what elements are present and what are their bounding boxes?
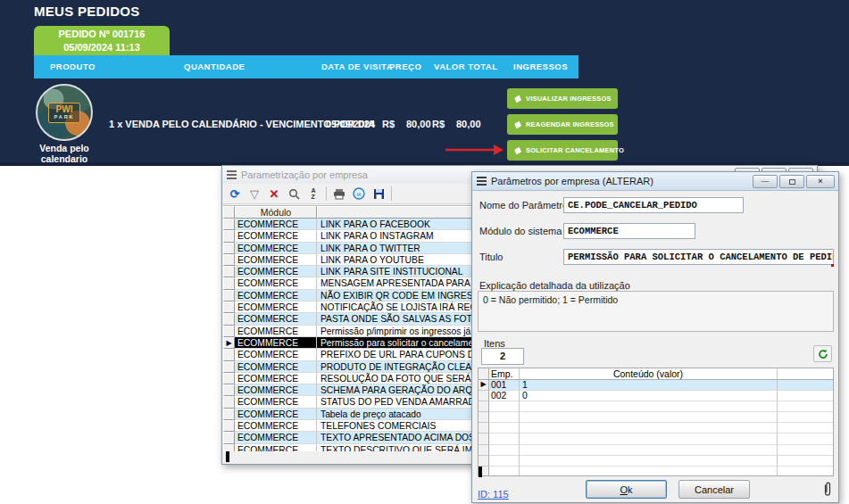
modulo-cell[interactable]: ECOMMERCE <box>235 230 317 242</box>
modulo-cell[interactable]: ECOMMERCE <box>235 219 317 230</box>
close-button[interactable]: × <box>806 175 835 188</box>
modulo-cell[interactable]: ECOMMERCE <box>235 266 317 277</box>
ia-badge-icon[interactable]: IA <box>352 186 366 201</box>
empresa-row[interactable] <box>479 401 833 412</box>
empresa-row[interactable] <box>479 434 833 444</box>
emp-cell[interactable] <box>489 445 520 456</box>
empresa-row[interactable] <box>479 412 833 423</box>
row-selector[interactable] <box>223 326 235 337</box>
menu-icon[interactable] <box>227 169 237 181</box>
row-selector[interactable] <box>223 420 235 432</box>
row-selector[interactable] <box>223 409 235 420</box>
empresa-row[interactable]: ▶0011 <box>479 380 833 391</box>
emp-cell[interactable]: 002 <box>489 391 520 401</box>
ok-button[interactable]: Ok <box>586 480 667 499</box>
empresa-row[interactable]: 0020 <box>479 391 833 401</box>
row-selector[interactable] <box>223 313 235 325</box>
row-selector[interactable] <box>223 373 235 384</box>
modulo-cell[interactable]: ECOMMERCE <box>235 384 317 396</box>
modulo-cell[interactable]: ECOMMERCE <box>235 337 317 349</box>
row-selector[interactable]: ▶ <box>479 380 489 391</box>
valor-cell[interactable] <box>520 434 778 444</box>
row-selector[interactable] <box>223 219 235 230</box>
refresh-icon[interactable]: ⟳ <box>228 186 242 201</box>
minimize-button[interactable]: — <box>753 175 778 188</box>
valor-cell[interactable] <box>520 445 778 456</box>
row-selector[interactable] <box>223 444 235 451</box>
row-selector[interactable] <box>223 254 235 266</box>
row-selector[interactable] <box>223 243 235 254</box>
module-input[interactable]: ECOMMERCE <box>563 223 695 239</box>
modulo-cell[interactable]: ECOMMERCE <box>235 313 317 325</box>
modulo-cell[interactable]: ECOMMERCE <box>235 444 317 451</box>
empresa-row[interactable] <box>479 445 833 456</box>
modulo-cell[interactable]: ECOMMERCE <box>235 243 317 254</box>
empresa-row[interactable] <box>479 423 833 434</box>
clear-filter-icon[interactable]: ✕ <box>267 186 281 201</box>
valor-cell[interactable] <box>520 423 778 434</box>
solicitar-cancelamento-button[interactable]: SOLICITAR CANCELAMENTO <box>507 140 618 161</box>
row-selector[interactable] <box>223 302 235 313</box>
modulo-cell[interactable]: ECOMMERCE <box>235 290 317 302</box>
row-selector[interactable] <box>479 445 489 456</box>
emp-cell[interactable] <box>489 423 520 434</box>
modulo-cell[interactable]: ECOMMERCE <box>235 302 317 313</box>
emp-cell[interactable] <box>489 434 520 444</box>
modulo-cell[interactable]: ECOMMERCE <box>235 396 317 408</box>
row-selector[interactable]: ▶ <box>223 337 235 349</box>
row-selector[interactable] <box>223 384 235 396</box>
valor-cell[interactable] <box>520 456 778 467</box>
emp-cell[interactable] <box>489 401 520 412</box>
print-icon[interactable] <box>332 186 346 201</box>
zoom-icon[interactable] <box>287 186 301 201</box>
modulo-cell[interactable]: ECOMMERCE <box>235 373 317 384</box>
paperclip-icon[interactable] <box>823 482 832 500</box>
valor-cell[interactable] <box>520 401 778 412</box>
emp-cell[interactable]: 001 <box>489 380 520 391</box>
explanation-textarea[interactable]: 0 = Não permitido; 1 = Permitido <box>478 291 834 332</box>
row-selector[interactable] <box>479 401 489 412</box>
modulo-cell[interactable]: ECOMMERCE <box>235 277 317 289</box>
filter-icon[interactable]: ▽ <box>247 186 262 201</box>
modulo-cell[interactable]: ECOMMERCE <box>235 326 317 337</box>
cancel-button[interactable]: Cancelar <box>678 480 750 499</box>
modulo-cell[interactable]: ECOMMERCE <box>235 432 317 443</box>
emp-cell[interactable] <box>489 467 520 476</box>
save-icon[interactable] <box>371 186 386 201</box>
row-selector[interactable] <box>479 391 489 401</box>
maximize-button[interactable] <box>779 175 804 188</box>
title-input[interactable]: PERMISSÃO PARA SOLICITAR O CANCELAMENTO … <box>563 249 834 265</box>
valor-cell[interactable] <box>520 412 778 423</box>
row-selector[interactable] <box>223 396 235 408</box>
reload-items-button[interactable] <box>813 345 832 362</box>
row-selector[interactable] <box>479 412 489 423</box>
modulo-cell[interactable]: ECOMMERCE <box>235 254 317 266</box>
empresa-row[interactable] <box>479 456 833 467</box>
reagendar-ingressos-button[interactable]: REAGENDAR INGRESSOS <box>507 114 618 135</box>
row-selector[interactable] <box>223 230 235 242</box>
empresa-row[interactable] <box>479 467 833 476</box>
row-selector[interactable] <box>479 434 489 444</box>
record-id-link[interactable]: ID: 115 <box>478 489 509 500</box>
menu-icon[interactable] <box>477 175 487 187</box>
row-selector[interactable] <box>223 266 235 277</box>
row-selector[interactable] <box>223 349 235 360</box>
row-selector[interactable] <box>479 423 489 434</box>
visualizar-ingressos-button[interactable]: VISUALIZAR INGRESSOS <box>507 88 618 109</box>
valor-cell[interactable]: 0 <box>520 391 778 401</box>
modulo-cell[interactable]: ECOMMERCE <box>235 361 317 373</box>
row-selector[interactable] <box>223 290 235 302</box>
valor-cell[interactable]: 1 <box>520 380 778 391</box>
row-selector[interactable] <box>223 277 235 289</box>
row-selector[interactable] <box>479 456 489 467</box>
row-selector[interactable] <box>223 432 235 443</box>
emp-cell[interactable] <box>489 412 520 423</box>
modulo-cell[interactable]: ECOMMERCE <box>235 349 317 360</box>
modulo-cell[interactable]: ECOMMERCE <box>235 409 317 420</box>
name-input[interactable]: CE.PODE_CANCELAR_PEDIDO <box>563 197 744 213</box>
sort-az-icon[interactable]: AZ <box>306 186 320 201</box>
emp-cell[interactable] <box>489 456 520 467</box>
valor-cell[interactable] <box>520 467 778 476</box>
row-selector[interactable] <box>223 361 235 373</box>
modulo-cell[interactable]: ECOMMERCE <box>235 420 317 432</box>
